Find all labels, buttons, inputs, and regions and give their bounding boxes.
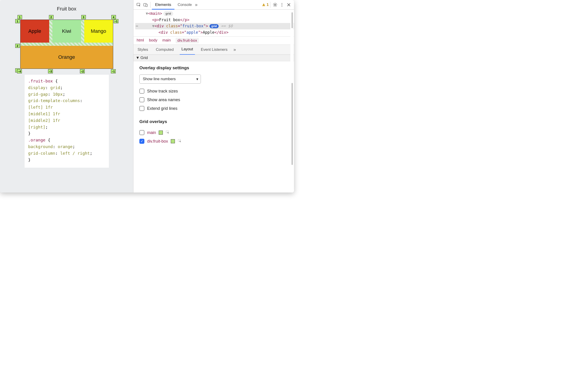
cell-orange: Orange <box>21 46 113 68</box>
overlay-checkboxes: Show track sizesShow area namesExtend gr… <box>139 87 288 113</box>
checkbox-label: Show track sizes <box>147 89 178 94</box>
chevron-down-icon: ▼ <box>136 56 140 60</box>
svg-point-14 <box>281 3 282 4</box>
svg-line-12 <box>274 6 274 6</box>
checkbox[interactable] <box>139 89 144 94</box>
color-swatch[interactable] <box>159 130 163 135</box>
inspect-icon[interactable] <box>135 1 142 8</box>
warning-count[interactable]: 1 <box>262 2 269 7</box>
checkbox[interactable] <box>139 130 144 135</box>
grid-line-badge: −1 <box>111 69 116 73</box>
cell-mango: Mango <box>84 20 113 43</box>
devtools-panel: ElementsConsole » 1 ▼<main>grid<p>Fruit … <box>133 0 294 192</box>
subtab-event-listeners[interactable]: Event Listeners <box>199 45 229 55</box>
breadcrumb-item[interactable]: body <box>149 38 157 43</box>
svg-rect-3 <box>263 4 264 5</box>
subtab-styles[interactable]: Styles <box>136 45 150 55</box>
grid-line-badge: 2 <box>15 44 20 48</box>
checkbox-row[interactable]: Extend grid lines <box>139 104 288 113</box>
dom-tree[interactable]: ▼<main>grid<p>Fruit box</p>▼<div class="… <box>133 10 294 37</box>
dom-row[interactable]: ▼<div class="fruit-box">grid == $0 <box>135 23 294 29</box>
grid-line-badge: −1 <box>114 19 119 23</box>
grid-line-badge: 4 <box>111 15 116 19</box>
gear-icon[interactable] <box>272 1 278 8</box>
color-swatch[interactable] <box>171 139 175 143</box>
close-icon[interactable] <box>285 1 292 8</box>
grid-line-badge: −2 <box>80 69 85 73</box>
checkbox[interactable]: ✓ <box>139 139 144 144</box>
dom-row[interactable]: ▼<main>grid <box>135 10 294 17</box>
subtab-computed[interactable]: Computed <box>154 45 175 55</box>
overlay-label: div.fruit-box <box>147 139 168 144</box>
grid-line-badge: −4 <box>17 69 22 73</box>
line-numbers-select[interactable]: Show line numbers ▾ <box>139 74 201 84</box>
checkbox-label: Show area names <box>147 98 180 102</box>
svg-point-5 <box>274 4 276 5</box>
more-tabs-icon[interactable]: » <box>195 2 197 7</box>
layout-panel-body: Overlay display settings Show line numbe… <box>133 61 294 150</box>
checkbox-row[interactable]: Show area names <box>139 95 288 104</box>
chevron-down-icon: ▾ <box>196 77 198 82</box>
svg-line-11 <box>276 6 276 6</box>
breadcrumb-item[interactable]: html <box>137 38 144 43</box>
device-toggle-icon[interactable] <box>142 1 149 8</box>
page-preview: Fruit box Apple Kiwi Mango Orange 123412… <box>0 0 133 192</box>
checkbox-row[interactable]: Show track sizes <box>139 87 288 95</box>
cell-kiwi: Kiwi <box>52 20 81 43</box>
svg-point-15 <box>281 4 282 5</box>
svg-rect-4 <box>263 5 264 6</box>
grid-line-badge: 1 <box>18 15 22 19</box>
subtab-layout[interactable]: Layout <box>180 44 195 55</box>
overlay-label: main <box>147 130 156 135</box>
dom-row[interactable]: <div class="apple">Apple</div> <box>135 29 294 36</box>
css-code-block: .fruit-box { display: grid; grid-gap: 10… <box>25 75 109 168</box>
kebab-icon[interactable] <box>278 1 285 8</box>
overlay-settings-heading: Overlay display settings <box>139 65 288 70</box>
checkbox-label: Extend grid lines <box>147 106 177 111</box>
grid-overlays-heading: Grid overlays <box>139 119 288 124</box>
dom-row[interactable]: <p>Fruit box</p> <box>135 17 294 23</box>
breadcrumb-item[interactable]: main <box>162 38 171 43</box>
grid-line-badge: 2 <box>49 15 54 19</box>
grid-line-badge: 3 <box>81 15 86 19</box>
fruit-box-grid: Apple Kiwi Mango Orange <box>20 20 113 69</box>
main-tabs: ElementsConsole <box>152 0 195 10</box>
svg-line-13 <box>276 3 276 4</box>
grid-section-header[interactable]: ▼ Grid <box>133 55 294 61</box>
cell-apple: Apple <box>21 20 49 43</box>
grid-line-badge: −3 <box>48 69 53 73</box>
more-subtabs-icon[interactable]: » <box>233 47 236 52</box>
svg-line-10 <box>274 3 274 4</box>
grid-overlays-list: main✓div.fruit-box <box>139 128 288 146</box>
grid-overlay-wrap: Apple Kiwi Mango Orange 1234123−4−3−2−1−… <box>15 15 118 75</box>
reveal-element-icon[interactable] <box>166 130 170 135</box>
subtabs: StylesComputedLayoutEvent Listeners» <box>133 45 294 55</box>
preview-title: Fruit box <box>57 6 77 12</box>
breadcrumb[interactable]: htmlbodymaindiv.fruit-box <box>133 37 294 45</box>
overlay-row[interactable]: main <box>139 128 288 137</box>
svg-rect-2 <box>146 4 147 7</box>
overlay-row[interactable]: ✓div.fruit-box <box>139 137 288 146</box>
svg-point-16 <box>281 6 282 6</box>
checkbox[interactable] <box>139 106 144 111</box>
grid-line-badge: 1 <box>15 19 20 23</box>
reveal-element-icon[interactable] <box>178 139 182 144</box>
checkbox[interactable] <box>139 97 144 102</box>
tab-elements[interactable]: Elements <box>152 0 174 10</box>
tab-console[interactable]: Console <box>174 0 195 10</box>
breadcrumb-item[interactable]: div.fruit-box <box>176 38 199 43</box>
scrollbar[interactable] <box>290 10 294 192</box>
devtools-toolbar: ElementsConsole » 1 <box>133 0 294 10</box>
